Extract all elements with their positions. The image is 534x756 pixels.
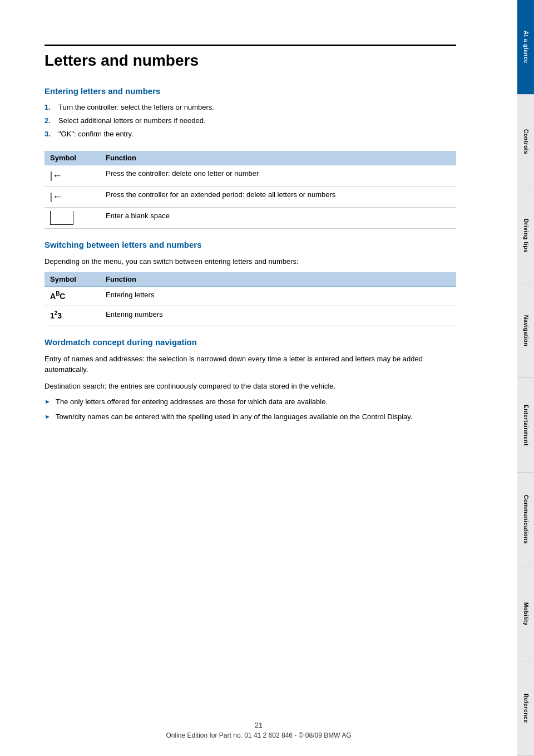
symbol-backspace: |← — [44, 165, 100, 186]
function-abc: Entering letters — [100, 287, 456, 306]
table1-col2-header: Function — [100, 151, 456, 165]
function-backspace: Press the controller: delete one letter … — [100, 165, 456, 186]
table-row: Enter a blank space — [44, 207, 456, 228]
bullet-arrow-1: ► — [44, 397, 51, 407]
wordmatch-body2: Destination search: the entries are cont… — [44, 381, 456, 392]
switching-table: Symbol Function ABC Entering letters 123 — [44, 272, 456, 326]
table-row: ABC Entering letters — [44, 287, 456, 306]
table-row: |← Press the controller: delete one lett… — [44, 165, 456, 186]
bullet-2: ► Town/city names can be entered with th… — [44, 412, 456, 422]
bullet-arrow-2: ► — [44, 413, 51, 422]
main-content: Letters and numbers Entering letters and… — [0, 0, 490, 756]
switching-section: Switching between letters and numbers De… — [44, 240, 456, 326]
step-3-num: 3. — [44, 129, 56, 139]
page-footer: 21 Online Edition for Part no. 01 41 2 6… — [0, 721, 517, 739]
table2-col1-header: Symbol — [44, 272, 100, 287]
table2-col2-header: Function — [100, 272, 456, 287]
function-backspace-long: Press the controller for an extended per… — [100, 186, 456, 207]
step-2-num: 2. — [44, 116, 56, 126]
wordmatch-body1: Entry of names and addresses: the select… — [44, 354, 456, 375]
tab-controls[interactable]: Controls — [517, 95, 534, 189]
function-space: Enter a blank space — [100, 207, 456, 228]
step-1-text: Turn the controller: select the letters … — [58, 102, 214, 112]
tab-at-a-glance[interactable]: At a glance — [517, 0, 534, 95]
symbol-abc: ABC — [44, 287, 100, 306]
footer-text: Online Edition for Part no. 01 41 2 602 … — [0, 732, 517, 739]
wordmatch-heading: Wordmatch concept during navigation — [44, 337, 456, 347]
step-3-text: "OK": confirm the entry. — [58, 129, 134, 139]
page-number: 21 — [0, 721, 517, 729]
bullet-1-text: The only letters offered for entering ad… — [56, 397, 328, 407]
wordmatch-bullets: ► The only letters offered for entering … — [44, 397, 456, 421]
step-1-num: 1. — [44, 102, 56, 112]
sidebar: At a glance Controls Driving tips Naviga… — [517, 0, 534, 756]
tab-driving-tips[interactable]: Driving tips — [517, 189, 534, 284]
table-row: 123 Entering numbers — [44, 306, 456, 326]
symbol-123: 123 — [44, 306, 100, 326]
bullet-2-text: Town/city names can be entered with the … — [56, 412, 412, 422]
tab-communications[interactable]: Communications — [517, 473, 534, 567]
switching-heading: Switching between letters and numbers — [44, 240, 456, 249]
step-3: 3. "OK": confirm the entry. — [44, 129, 456, 139]
switching-body: Depending on the menu, you can switch be… — [44, 256, 456, 267]
wordmatch-section: Wordmatch concept during navigation Entr… — [44, 337, 456, 422]
step-2-text: Select additional letters or numbers if … — [58, 116, 206, 126]
tab-navigation[interactable]: Navigation — [517, 283, 534, 378]
tab-mobility[interactable]: Mobility — [517, 567, 534, 662]
table1-col1-header: Symbol — [44, 151, 100, 165]
steps-list: 1. Turn the controller: select the lette… — [44, 102, 456, 140]
step-1: 1. Turn the controller: select the lette… — [44, 102, 456, 112]
symbol-space — [44, 207, 100, 228]
tab-reference[interactable]: Reference — [517, 661, 534, 756]
function-123: Entering numbers — [100, 306, 456, 326]
step-2: 2. Select additional letters or numbers … — [44, 116, 456, 126]
entering-heading: Entering letters and numbers — [44, 86, 456, 96]
table-row: |← Press the controller for an extended … — [44, 186, 456, 207]
entering-table: Symbol Function |← Press the controller:… — [44, 151, 456, 229]
page-title: Letters and numbers — [44, 45, 456, 70]
bullet-1: ► The only letters offered for entering … — [44, 397, 456, 407]
tab-entertainment[interactable]: Entertainment — [517, 378, 534, 473]
entering-section: Entering letters and numbers 1. Turn the… — [44, 86, 456, 229]
symbol-backspace-long: |← — [44, 186, 100, 207]
